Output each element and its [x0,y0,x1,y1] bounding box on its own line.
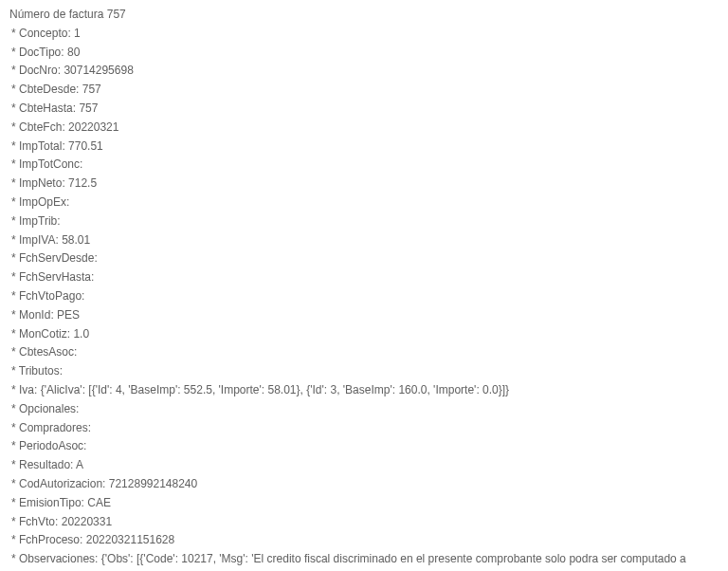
invoice-fields-list: * Concepto: 1 * DocTipo: 80 * DocNro: 30… [9,25,719,571]
invoice-field-row: * Opcionales: [9,400,719,419]
invoice-field-row: * CbteHasta: 757 [9,100,719,119]
invoice-field-row: * FchServHasta: [9,268,719,287]
field-value: 80 [67,46,80,59]
field-value: 757 [79,101,98,115]
field-value: CAE [87,496,111,509]
invoice-field-row: * FchProceso: 20220321151628 [9,531,719,550]
field-value: 20220331 [62,515,112,528]
field-label: FchVto [19,515,55,528]
invoice-field-row: * ImpTrib: [9,212,719,231]
invoice-field-row: * FchServDesde: [9,249,719,268]
invoice-field-row: * Iva: {'AlicIva': [{'Id': 4, 'BaseImp':… [9,381,719,400]
field-value: 1 [74,27,81,40]
field-value: 20220321 [68,120,118,134]
invoice-number: 757 [107,8,126,21]
field-label: Iva [19,383,34,396]
field-label: CbteDesde [19,83,76,96]
field-value: 757 [82,83,101,96]
field-label: Concepto [19,27,67,40]
field-label: CbteHasta [19,101,73,115]
field-label: PeriodoAsoc [19,439,83,452]
invoice-field-row: * DocTipo: 80 [9,44,719,63]
field-value: 1.0 [73,327,89,341]
field-label: DocTipo [19,46,61,59]
field-label: FchVtoPago [19,289,82,303]
invoice-field-row: * Compradores: [9,419,719,438]
invoice-field-row: * FchVtoPago: [9,287,719,306]
invoice-field-row: * ImpIVA: 58.01 [9,231,719,250]
field-label: DocNro [19,64,58,77]
field-label: Opcionales [19,402,76,415]
field-value: 72128992148240 [109,477,197,490]
invoice-field-row: * DocNro: 30714295698 [9,62,719,81]
field-label: ImpOpEx [19,195,66,209]
invoice-field-row: * FchVto: 20220331 [9,513,719,532]
invoice-field-row: * ImpTotConc: [9,156,719,175]
field-value: PES [57,308,80,322]
field-label: CbteFch [19,120,62,134]
field-label: FchServHasta [19,270,91,284]
field-value: {'AlicIva': [{'Id': 4, 'BaseImp': 552.5,… [41,383,509,396]
invoice-field-row: * Observaciones: {'Obs': [{'Code': 10217… [9,550,719,571]
invoice-field-row: * CodAutorizacion: 72128992148240 [9,475,719,494]
invoice-details: Número de factura 757 * Concepto: 1 * Do… [9,6,719,571]
field-value: A [76,458,83,471]
invoice-field-row: * Resultado: A [9,456,719,475]
field-label: Resultado [19,458,70,471]
field-label: FchServDesde [19,251,94,265]
field-label: ImpTotConc [19,157,80,171]
invoice-field-row: * ImpTotal: 770.51 [9,138,719,157]
invoice-header: Número de factura 757 [9,6,719,25]
field-label: ImpIVA [19,233,55,247]
invoice-field-row: * CbtesAsoc: [9,343,719,362]
field-label: Observaciones [19,552,95,565]
invoice-field-row: * Tributos: [9,362,719,381]
field-label: Tributos [19,364,60,378]
field-label: Compradores [19,421,88,434]
field-label: CbtesAsoc [19,345,74,359]
invoice-field-row: * CbteDesde: 757 [9,81,719,100]
invoice-field-row: * MonId: PES [9,306,719,325]
field-label: MonCotiz [19,327,67,341]
field-value: 20220321151628 [86,533,174,546]
invoice-header-label: Número de factura [9,8,103,21]
field-label: EmisionTipo [19,496,82,509]
field-label: ImpTotal [19,139,62,153]
field-label: CodAutorizacion [19,477,102,490]
field-label: ImpTrib [19,214,57,228]
field-value: 770.51 [68,139,103,153]
field-value: 30714295698 [64,64,133,77]
field-label: FchProceso [19,533,80,546]
invoice-field-row: * ImpOpEx: [9,193,719,212]
invoice-field-row: * ImpNeto: 712.5 [9,175,719,193]
invoice-field-row: * EmisionTipo: CAE [9,494,719,513]
field-label: ImpNeto [19,176,62,190]
invoice-field-row: * MonCotiz: 1.0 [9,325,719,344]
field-value: {'Obs': [{'Code': 10217, 'Msg': 'El cred… [11,552,686,571]
invoice-field-row: * PeriodoAsoc: [9,437,719,456]
invoice-field-row: * CbteFch: 20220321 [9,119,719,138]
field-label: MonId [19,308,50,322]
field-value: 58.01 [62,233,90,247]
invoice-field-row: * Concepto: 1 [9,25,719,44]
field-value: 712.5 [68,176,97,190]
